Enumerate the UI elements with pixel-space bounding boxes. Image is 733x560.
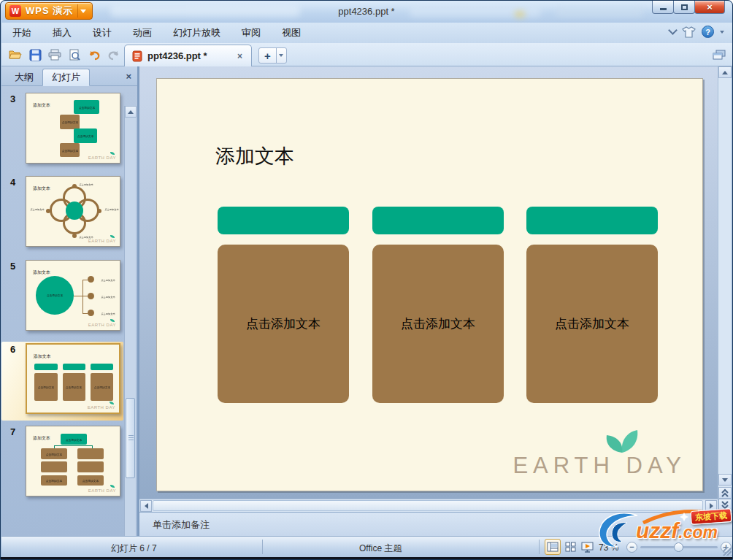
slideshow-button[interactable] [579,539,595,555]
horizontal-scrollbar-thumb[interactable] [153,500,703,511]
zoom-slider-track[interactable] [640,546,718,548]
open-button[interactable] [7,47,23,63]
slide-number: 4 [10,177,15,188]
document-tab-close-icon[interactable]: × [236,51,244,61]
zoom-slider-thumb[interactable] [674,542,683,552]
leaf-icon [110,402,114,404]
panel-tabs: 大纲 幻灯片 × [1,66,137,86]
scroll-up-button[interactable] [718,66,732,78]
zoom-slider: − + [626,542,732,553]
menu-review[interactable]: 审阅 [231,23,271,42]
zoom-percentage: 73 % [599,542,618,553]
notes-pane[interactable]: 单击添加备注 [139,512,732,536]
slide-6-thumbnail[interactable]: 添加文本 点击添加文本 点击添加文本 点击添加文本 EARTH DAY [26,343,120,414]
print-preview-button[interactable] [66,47,82,63]
document-tab[interactable]: ppt4236.ppt * × [124,45,252,66]
document-tab-label: ppt4236.ppt * [147,50,231,61]
scroll-down-button[interactable] [718,474,732,486]
menu-design[interactable]: 设计 [82,23,122,42]
cascade-windows-icon [713,50,726,61]
normal-view-button[interactable] [545,539,561,555]
window-controls: × [653,1,725,14]
collapse-ribbon-icon[interactable] [668,26,678,35]
print-preview-icon [69,49,80,61]
column-header-shape[interactable] [218,207,349,234]
maximize-icon [681,4,688,10]
thumb-title: 添加文本 [33,269,50,276]
statusbar: 幻灯片 6 / 7 Office 主题 73 % − + [1,536,733,557]
slide-page[interactable]: 添加文本 点击添加文本 点击添加文本 点击添加文本 EARTH DAY [156,78,703,491]
undo-button[interactable] [86,47,102,63]
column-body-placeholder[interactable]: 点击添加文本 [372,245,504,403]
theme-name: Office 主题 [359,542,402,555]
menu-animation[interactable]: 动画 [123,23,162,42]
new-tab-button[interactable]: + [258,47,287,64]
maximize-button[interactable] [673,1,695,14]
zoom-out-button[interactable]: − [626,542,637,553]
slide-number: 5 [10,261,15,272]
close-button[interactable]: × [694,1,725,14]
minimize-button[interactable] [652,1,674,14]
tab-slides[interactable]: 幻灯片 [42,69,90,86]
earth-day-logo-text: EARTH DAY [513,453,686,479]
leaf-icon [110,152,115,155]
redo-button[interactable] [106,47,122,63]
help-chevron-down-icon[interactable] [720,31,724,34]
next-slide-button[interactable] [718,499,732,510]
print-button[interactable] [47,47,63,63]
slide-thumbnail-row: 3 添加文本 点击添加文本 点击添加文本 点击添加文本 点击添加文本 EARTH… [1,91,123,170]
slide-7-thumbnail[interactable]: 添加文本 点击添加文本 点击添加文本 点击添加文本 点击添加文本 EARTH D… [26,426,120,496]
horizontal-scrollbar[interactable] [139,499,718,512]
slides-panel: 大纲 幻灯片 × 3 添加文本 点击添加文本 点击添加文本 点击添加文本 点击添… [1,66,137,537]
panel-scrollbar[interactable] [124,106,136,537]
slide-number: 6 [10,344,15,355]
menu-view[interactable]: 视图 [272,23,311,42]
thumb-title: 添加文本 [33,435,50,442]
skin-theme-icon[interactable] [682,26,696,38]
toolbar: ppt4236.ppt * × + [1,43,733,66]
earth-day-mini: EARTH DAY [88,405,115,410]
window-title: ppt4236.ppt * [1,6,732,17]
thumb-title: 添加文本 [33,102,50,109]
scroll-right-button[interactable] [705,500,717,512]
slide-thumbnail-row: 4 添加文本 点击添加文本 点击添加文本 点击添加文本 点击添加文本 [1,174,123,253]
menu-home[interactable]: 开始 [2,23,42,42]
window-bottom-edge [1,557,733,560]
column-body-placeholder[interactable]: 点击添加文本 [526,245,658,403]
arrange-windows-button[interactable] [711,47,727,64]
save-button[interactable] [27,47,43,63]
column-header-shape[interactable] [372,207,504,234]
resize-grip[interactable] [723,547,732,556]
slide-4-thumbnail[interactable]: 添加文本 点击添加文本 点击添加文本 点击添加文本 点击添加文本 EARTH D [26,176,120,247]
panel-scroll-up-button[interactable] [125,106,137,118]
panel-close-icon[interactable]: × [126,71,131,82]
slide-thumbnail-row-selected: 6 添加文本 点击添加文本 点击添加文本 点击添加文本 EARTH DAY [1,342,123,421]
slide-thumbnail-row: 7 添加文本 点击添加文本 点击添加文本 点击添加文本 点击添加文本 EARTH… [1,424,123,503]
slide-title-placeholder[interactable]: 添加文本 [215,143,294,169]
scroll-left-button[interactable] [140,500,152,512]
new-tab-chevron-down-icon[interactable] [276,48,286,63]
column-header-shape[interactable] [526,207,658,234]
panel-scrollbar-thumb[interactable] [126,398,135,478]
slide-thumbnail-row: 5 添加文本 点击添加文本 点击添加文本 点击添加文本 点击添加文本 [1,258,123,337]
slide-indicator: 幻灯片 6 / 7 [111,542,157,555]
column-body-placeholder[interactable]: 点击添加文本 [218,245,349,403]
help-icon[interactable]: ? [702,26,714,38]
vertical-scrollbar[interactable] [718,66,732,512]
menu-insert[interactable]: 插入 [42,23,82,42]
earth-day-leaves-icon [603,428,640,454]
slide-5-thumbnail[interactable]: 添加文本 点击添加文本 点击添加文本 点击添加文本 点击添加文本 EARTH D… [26,260,120,331]
slide-sorter-view-button[interactable] [562,539,578,555]
thumb-title: 添加文本 [34,353,51,360]
double-chevron-down-icon [721,500,729,510]
undo-arrow-icon [88,50,101,61]
status-separator [262,540,263,554]
leaf-icon [110,235,115,238]
slide-3-thumbnail[interactable]: 添加文本 点击添加文本 点击添加文本 点击添加文本 点击添加文本 EARTH D… [26,93,120,164]
status-separator [539,540,540,554]
tab-outline[interactable]: 大纲 [6,69,42,86]
menu-slideshow[interactable]: 幻灯片放映 [163,23,231,42]
slideshow-play-icon [581,542,594,553]
previous-slide-button[interactable] [718,487,732,499]
wps-presentation-window: W WPS 演示 ppt4236.ppt * × 开始 插入 设计 动画 幻灯片… [0,0,733,560]
